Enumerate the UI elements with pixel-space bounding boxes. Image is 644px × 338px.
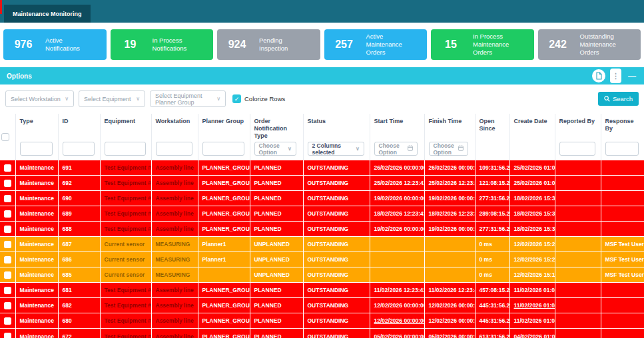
column-header-order-notification-type[interactable]: Order Notification Type (250, 114, 303, 140)
cell-type: Maintenance (15, 252, 58, 267)
cell-workstation[interactable]: MEASURING (151, 252, 198, 267)
cell-workstation[interactable]: Assembly line (151, 283, 198, 298)
cell-response-by (601, 298, 644, 313)
cell-equipment[interactable]: Test Equipment #1 (100, 176, 151, 191)
card-value: 924 (225, 39, 249, 51)
cell-workstation[interactable]: Assembly line (151, 176, 198, 191)
cell-equipment[interactable]: Test Equipment #1 (100, 298, 151, 313)
column-header-planner-group[interactable]: Planner Group (198, 114, 250, 140)
summary-card[interactable]: 257Active Maintenance Orders (324, 29, 428, 60)
cell-workstation[interactable]: Assembly line (151, 206, 198, 222)
cell-finish-time: 26/02/2026 00:00:00 (424, 160, 475, 176)
cell-equipment[interactable]: Test Equipment #1 (100, 206, 151, 222)
collapse-icon[interactable]: — (628, 71, 636, 81)
order-notification-type-filter-select[interactable]: Choose Option∨ (254, 142, 296, 156)
kebab-menu-icon[interactable]: ⋮ (610, 69, 621, 83)
filter-toolbar: Select Workstation ∨ Select Equipment ∨ … (0, 84, 644, 114)
search-button[interactable]: Search (598, 92, 639, 106)
cell-reported-by (555, 237, 601, 252)
reported-by-filter-input[interactable] (559, 142, 595, 156)
summary-card[interactable]: 15In Process Maintenance Orders (431, 29, 534, 60)
type-filter-input[interactable] (20, 142, 53, 156)
cell-workstation[interactable]: MEASURING (151, 237, 198, 252)
summary-card[interactable]: 924Pending Inspection (217, 29, 320, 60)
column-header-equipment[interactable]: Equipment (100, 114, 151, 140)
cell-equipment[interactable]: Test Equipment #1 (100, 313, 151, 329)
export-document-icon[interactable] (592, 69, 605, 83)
cell-start-time: 05/02/2026 00:00:00 (370, 329, 424, 338)
column-header-id[interactable]: ID (58, 114, 100, 140)
filter-select-value: Choose Option (379, 142, 408, 156)
chevron-down-icon: ∨ (216, 96, 220, 102)
status-filter-select[interactable]: 2 Columns selected∨ (308, 142, 364, 156)
cell-workstation[interactable]: Assembly line (151, 298, 198, 313)
equipment-filter-input[interactable] (105, 142, 146, 156)
cell-status: OUTSTANDING (303, 283, 370, 298)
table-row: Maintenance692Test Equipment #1Assembly … (0, 176, 644, 191)
cell-workstation[interactable]: Assembly line (151, 329, 198, 338)
cell-equipment[interactable]: Test Equipment #1 (100, 283, 151, 298)
summary-card[interactable]: 242Outstanding Maintenance Orders (538, 29, 641, 60)
cell-reported-by (555, 267, 601, 283)
row-checkbox[interactable] (4, 333, 11, 338)
summary-card[interactable]: 19In Process Notifications (111, 29, 214, 60)
cell-equipment[interactable]: Test Equipment #1 (100, 160, 151, 176)
cell-order-notification-type: PLANNED (250, 206, 303, 222)
select-all-checkbox[interactable] (1, 133, 9, 141)
colorize-rows-toggle[interactable]: ✓ Colorize Rows (232, 94, 285, 103)
column-header-reported-by[interactable]: Reported By (555, 114, 601, 140)
cell-planner-group: PLANNER_GROUP1 (198, 222, 250, 237)
cell-status: OUTSTANDING (303, 298, 370, 313)
cell-workstation[interactable]: Assembly line (151, 160, 198, 176)
cell-equipment[interactable]: Test Equipment #1 (100, 329, 151, 338)
row-checkbox[interactable] (4, 271, 11, 279)
cell-order-notification-type: PLANNED (250, 222, 303, 237)
column-header-response-by[interactable]: Response By (601, 114, 644, 140)
row-checkbox[interactable] (4, 195, 11, 202)
id-filter-input[interactable] (63, 142, 95, 156)
cell-equipment[interactable]: Current sensor (100, 237, 151, 252)
cell-workstation[interactable]: MEASURING (151, 267, 198, 283)
column-header-type[interactable]: Type (15, 114, 58, 140)
planner-group-select[interactable]: Select Equipment Planner Group ∨ (150, 90, 226, 107)
cell-id: 685 (58, 267, 100, 283)
column-header-workstation[interactable]: Workstation (151, 114, 198, 140)
cell-create-date: 18/02/2026 15:38:37 (509, 222, 555, 237)
column-header-open-since[interactable]: Open Since (475, 114, 509, 140)
row-checkbox[interactable] (4, 287, 11, 294)
finish-time-date-filter[interactable]: Choose Option (429, 142, 469, 156)
filter-select-value: 2 Columns selected (312, 142, 352, 156)
cell-equipment[interactable]: Current sensor (100, 252, 151, 267)
cell-workstation[interactable]: Assembly line (151, 222, 198, 237)
cell-create-date: 11/02/2026 01:04:58 (509, 313, 555, 329)
row-checkbox[interactable] (4, 302, 11, 309)
column-header-status[interactable]: Status (303, 114, 370, 140)
row-checkbox[interactable] (4, 164, 11, 172)
cell-equipment[interactable]: Current sensor (100, 267, 151, 283)
planner-group-filter-input[interactable] (202, 142, 244, 156)
column-header-create-date[interactable]: Create Date (509, 114, 555, 140)
column-header-start-time[interactable]: Start Time (370, 114, 424, 140)
column-header-finish-time[interactable]: Finish Time (424, 114, 475, 140)
row-checkbox[interactable] (4, 317, 11, 325)
row-checkbox[interactable] (4, 256, 11, 263)
cell-equipment[interactable]: Test Equipment #1 (100, 191, 151, 206)
equipment-select[interactable]: Select Equipment ∨ (79, 90, 145, 107)
row-checkbox[interactable] (4, 210, 11, 218)
options-title: Options (7, 73, 32, 80)
row-checkbox[interactable] (4, 180, 11, 187)
cell-equipment[interactable]: Test Equipment #1 (100, 222, 151, 237)
cell-finish-time: 19/02/2026 00:00:00 (424, 191, 475, 206)
tab-maintenance-monitoring[interactable]: Maintenance Monitoring (4, 5, 91, 23)
summary-card[interactable]: 976Active Notifications (3, 29, 107, 60)
cell-workstation[interactable]: Assembly line (151, 191, 198, 206)
row-checkbox[interactable] (4, 226, 11, 233)
workstation-filter-input[interactable] (156, 142, 192, 156)
response-by-filter-input[interactable] (605, 142, 639, 156)
workstation-select[interactable]: Select Workstation ∨ (5, 90, 74, 107)
cell-open-since: 289:08:15.297 (475, 206, 509, 222)
start-time-date-filter[interactable]: Choose Option (374, 142, 418, 156)
cell-workstation[interactable]: Assembly line (151, 313, 198, 329)
row-checkbox[interactable] (4, 241, 11, 248)
cell-type: Maintenance (15, 160, 58, 176)
